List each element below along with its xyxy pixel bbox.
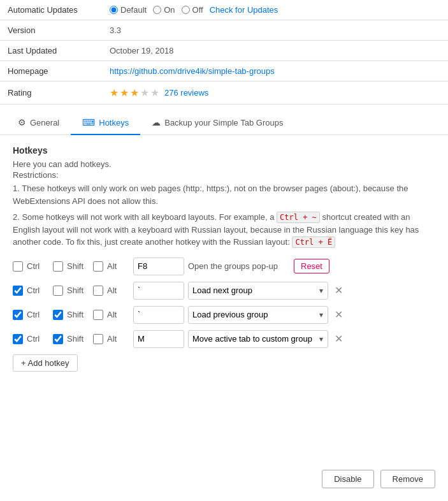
inline-code-2: Ctrl + Ё bbox=[292, 236, 335, 248]
restriction-2: 2. Some hotkeys will not work with all k… bbox=[13, 211, 435, 249]
homepage-value: https://github.com/drive4ik/simple-tab-g… bbox=[102, 61, 448, 82]
radio-off-label[interactable]: Off bbox=[182, 5, 203, 15]
alt-checkbox-4[interactable] bbox=[93, 334, 103, 344]
reviews-link[interactable]: 276 reviews bbox=[164, 88, 208, 98]
key-input-1[interactable] bbox=[133, 258, 184, 275]
ctrl-checkbox-3[interactable] bbox=[13, 310, 23, 320]
tab-general-label: General bbox=[30, 118, 59, 127]
stars-container: ★ ★ ★ ★ ★ 276 reviews bbox=[110, 87, 440, 99]
radio-group: Default On Off Check for Updates bbox=[110, 5, 440, 15]
restriction-2-before: 2. Some hotkeys will not work with all k… bbox=[13, 212, 274, 222]
radio-on-label[interactable]: On bbox=[153, 5, 175, 15]
alt-label-1: Alt bbox=[107, 261, 129, 271]
action-select-4[interactable]: Load next group Load previous group Move… bbox=[188, 330, 328, 348]
radio-default[interactable] bbox=[110, 6, 118, 14]
cloud-icon: ☁ bbox=[152, 117, 161, 127]
gear-icon: ⚙ bbox=[18, 117, 26, 127]
ctrl-checkbox-2[interactable] bbox=[13, 286, 23, 296]
radio-off-text: Off bbox=[192, 5, 203, 15]
radio-off[interactable] bbox=[182, 6, 190, 14]
action-text-1: Open the groups pop-up bbox=[188, 261, 290, 271]
key-input-3[interactable] bbox=[133, 306, 184, 324]
check-for-updates-link[interactable]: Check for Updates bbox=[210, 5, 278, 15]
hotkeys-title: Hotkeys bbox=[13, 145, 435, 156]
shift-checkbox-4[interactable] bbox=[53, 334, 63, 344]
tabs-bar: ⚙ General ⌨ Hotkeys ☁ Backup your Simple… bbox=[0, 111, 448, 135]
remove-button[interactable]: Remove bbox=[380, 470, 435, 488]
ctrl-label-4: Ctrl bbox=[27, 334, 49, 344]
ctrl-label-1: Ctrl bbox=[27, 261, 49, 271]
radio-on[interactable] bbox=[153, 6, 161, 14]
alt-label-3: Alt bbox=[107, 310, 129, 319]
shift-checkbox-3[interactable] bbox=[53, 310, 63, 320]
alt-checkbox-2[interactable] bbox=[93, 286, 103, 296]
page-wrapper: Automatic Updates Default On Off bbox=[0, 0, 448, 501]
version-value: 3.3 bbox=[102, 20, 448, 41]
disable-button[interactable]: Disable bbox=[322, 470, 373, 488]
action-select-wrapper-3: Load next group Load previous group Move… bbox=[188, 306, 328, 324]
ctrl-label-3: Ctrl bbox=[27, 310, 49, 319]
tab-hotkeys-label: Hotkeys bbox=[99, 118, 129, 127]
tab-general[interactable]: ⚙ General bbox=[6, 111, 71, 135]
star-2: ★ bbox=[120, 87, 129, 99]
last-updated-value: October 19, 2018 bbox=[102, 41, 448, 61]
hotkey-row-3: Ctrl Shift Alt Load next group Load prev… bbox=[13, 306, 435, 324]
action-select-3[interactable]: Load next group Load previous group Move… bbox=[188, 306, 328, 324]
hotkey-row-2: Ctrl Shift Alt Load next group Load prev… bbox=[13, 282, 435, 300]
homepage-row: Homepage https://github.com/drive4ik/sim… bbox=[0, 61, 448, 82]
star-5: ★ bbox=[150, 87, 159, 99]
key-input-2[interactable] bbox=[133, 282, 184, 300]
remove-button-3[interactable]: ✕ bbox=[332, 309, 345, 321]
last-updated-row: Last Updated October 19, 2018 bbox=[0, 41, 448, 61]
action-select-2[interactable]: Load next group Load previous group Move… bbox=[188, 282, 328, 300]
restrictions-label: Restrictions: bbox=[13, 170, 435, 180]
star-4: ★ bbox=[140, 87, 149, 99]
tab-backup[interactable]: ☁ Backup your Simple Tab Groups bbox=[140, 111, 294, 135]
hotkey-rows-area: Ctrl Shift Alt Open the groups pop-up Re… bbox=[13, 258, 435, 348]
reset-button-1[interactable]: Reset bbox=[294, 259, 329, 273]
alt-checkbox-1[interactable] bbox=[93, 261, 103, 272]
ctrl-checkbox-1[interactable] bbox=[13, 261, 23, 272]
remove-button-2[interactable]: ✕ bbox=[332, 284, 345, 297]
star-1: ★ bbox=[110, 87, 119, 99]
shift-checkbox-2[interactable] bbox=[53, 286, 63, 296]
alt-label-2: Alt bbox=[107, 286, 129, 295]
radio-on-text: On bbox=[164, 5, 175, 15]
last-updated-label: Last Updated bbox=[0, 41, 102, 61]
action-select-wrapper-4: Load next group Load previous group Move… bbox=[188, 330, 328, 348]
rating-label: Rating bbox=[0, 82, 102, 105]
restriction-1: 1. These hotkeys will only work on web p… bbox=[13, 182, 435, 207]
shift-label-4: Shift bbox=[67, 334, 89, 344]
version-row: Version 3.3 bbox=[0, 20, 448, 41]
key-input-4[interactable] bbox=[133, 330, 184, 348]
shift-label-3: Shift bbox=[67, 310, 89, 319]
auto-updates-label: Automatic Updates bbox=[0, 0, 102, 20]
action-select-wrapper-2: Load next group Load previous group Move… bbox=[188, 282, 328, 300]
version-label: Version bbox=[0, 20, 102, 41]
ctrl-checkbox-4[interactable] bbox=[13, 334, 23, 344]
radio-default-text: Default bbox=[120, 5, 147, 15]
rating-row: Rating ★ ★ ★ ★ ★ 276 reviews bbox=[0, 82, 448, 105]
radio-default-label[interactable]: Default bbox=[110, 5, 147, 15]
ctrl-label-2: Ctrl bbox=[27, 286, 49, 295]
shift-label-1: Shift bbox=[67, 261, 89, 271]
shift-checkbox-1[interactable] bbox=[53, 261, 63, 272]
hotkey-row-4: Ctrl Shift Alt Load next group Load prev… bbox=[13, 330, 435, 348]
tab-backup-label: Backup your Simple Tab Groups bbox=[164, 118, 283, 127]
homepage-label: Homepage bbox=[0, 61, 102, 82]
hotkey-row-1: Ctrl Shift Alt Open the groups pop-up Re… bbox=[13, 258, 435, 275]
inline-code-1: Ctrl + ~ bbox=[277, 212, 320, 223]
auto-updates-row: Automatic Updates Default On Off bbox=[0, 0, 448, 20]
add-hotkey-button[interactable]: + Add hotkey bbox=[13, 354, 78, 372]
remove-button-4[interactable]: ✕ bbox=[332, 333, 345, 345]
hotkeys-desc: Here you can add hotkeys. bbox=[13, 159, 435, 169]
tab-hotkeys[interactable]: ⌨ Hotkeys bbox=[71, 111, 140, 135]
shift-label-2: Shift bbox=[67, 286, 89, 295]
hotkeys-content: Hotkeys Here you can add hotkeys. Restri… bbox=[0, 135, 448, 382]
homepage-link[interactable]: https://github.com/drive4ik/simple-tab-g… bbox=[110, 66, 275, 76]
bottom-buttons: Disable Remove bbox=[322, 470, 435, 488]
alt-label-4: Alt bbox=[107, 334, 129, 344]
info-table: Automatic Updates Default On Off bbox=[0, 0, 448, 105]
alt-checkbox-3[interactable] bbox=[93, 310, 103, 320]
auto-updates-controls: Default On Off Check for Updates bbox=[102, 0, 448, 20]
